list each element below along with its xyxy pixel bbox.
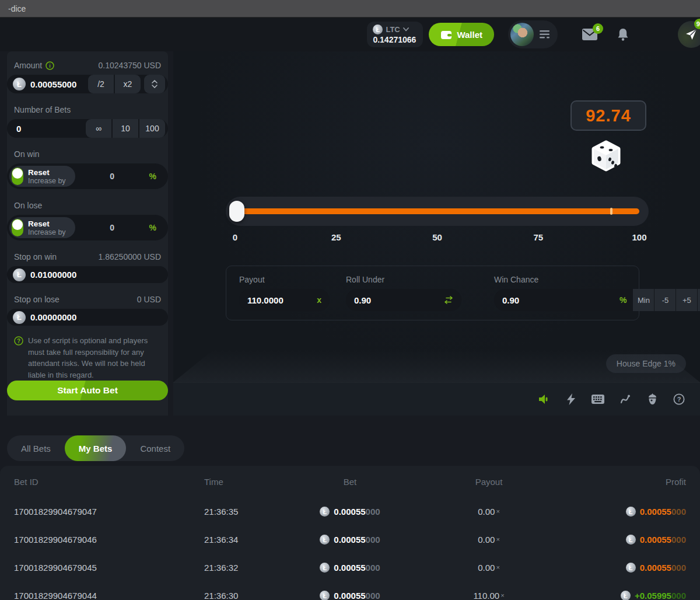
on-lose-value-input[interactable]	[75, 223, 149, 232]
bet-time: 21:36:35	[204, 507, 274, 517]
bet-profit: 0.00055	[640, 563, 671, 573]
on-lose-reset-toggle[interactable]: Reset Increase by	[9, 217, 75, 238]
num-bets-input[interactable]	[16, 124, 86, 134]
bet-payout: 110.00	[473, 591, 499, 600]
num-bets-input-wrap: ∞ 10 100	[7, 119, 168, 138]
amount-label-row: Amount i 0.10243750 USD	[7, 61, 168, 70]
tab-my-bets[interactable]: My Bets	[65, 435, 127, 461]
stop-win-input[interactable]	[30, 270, 165, 280]
on-win-value-input[interactable]	[75, 172, 149, 181]
bets-100-button[interactable]: 100	[139, 119, 165, 138]
turbo-button[interactable]	[566, 393, 576, 405]
roll-result: 92.74	[586, 106, 631, 125]
tab-all-bets[interactable]: All Bets	[7, 435, 65, 461]
col-payout: Payout	[426, 477, 552, 487]
roll-slider[interactable]	[226, 197, 649, 226]
bet-profit: +0.05995	[635, 591, 671, 600]
bell-icon	[617, 28, 629, 41]
stop-win-input-wrap: Ł	[7, 266, 168, 283]
bet-parameters-panel: Payout x Roll Under	[226, 266, 639, 320]
slider-handle[interactable]	[229, 201, 244, 222]
fairness-seed-button[interactable]	[648, 393, 657, 405]
info-icon[interactable]: i	[46, 61, 54, 70]
num-bets-label: Number of Bets	[14, 105, 71, 114]
bet-id: 17001829904679046	[14, 535, 204, 545]
bet-payout: 0.00	[478, 563, 495, 573]
dice-icon	[588, 139, 624, 175]
trends-button[interactable]	[620, 393, 632, 405]
on-win-row: Reset Increase by %	[7, 163, 168, 189]
increase-by-label: Increase by	[28, 228, 66, 236]
percent-sign: %	[149, 172, 156, 181]
bet-id: 17001829904679047	[14, 507, 204, 517]
stop-lose-input[interactable]	[30, 312, 165, 322]
script-disclaimer: ? Use of script is optional and players …	[7, 326, 168, 381]
bets-tabs: All Bets My Bets Contest	[7, 435, 184, 461]
reset-label: Reset	[28, 219, 66, 228]
currency-row: Ł LTC	[373, 25, 416, 34]
slider-track[interactable]	[235, 208, 639, 214]
roll-under-label: Roll Under	[346, 275, 461, 284]
bet-payout: 0.00	[478, 535, 495, 545]
win-chance-max-button[interactable]: Max	[697, 289, 700, 311]
payout-input[interactable]	[247, 295, 317, 305]
swap-icon[interactable]	[444, 296, 453, 304]
svg-text:?: ?	[17, 338, 20, 344]
on-lose-row: Reset Increase by %	[7, 215, 168, 240]
win-chance-minus5-button[interactable]: -5	[654, 289, 676, 311]
ltc-coin-icon: Ł	[626, 507, 636, 517]
payout-group: Payout x	[239, 275, 330, 311]
roll-result-box: 92.74	[570, 100, 646, 131]
roll-under-pill	[346, 289, 461, 311]
help-button[interactable]: ?	[673, 393, 685, 405]
lightning-icon	[566, 393, 576, 405]
roll-under-input[interactable]	[354, 295, 444, 305]
profile-pill[interactable]	[508, 20, 558, 48]
table-row[interactable]: 17001829904679047 21:36:35 Ł0.00055000 0…	[0, 497, 700, 525]
browser-titlebar: -dice	[0, 0, 700, 18]
wallet-balance: 0.14271066	[373, 35, 416, 44]
amount-stepper[interactable]	[144, 75, 165, 93]
on-lose-label-row: On lose	[7, 201, 168, 210]
stop-lose-label-row: Stop on lose 0 USD	[7, 295, 168, 304]
stop-lose-input-wrap: Ł	[7, 309, 168, 326]
toggle-icon	[12, 168, 23, 185]
half-bet-button[interactable]: /2	[88, 75, 114, 93]
multiplier-sign: ×	[501, 592, 504, 599]
table-row[interactable]: 17001829904679045 21:36:32 Ł0.00055000 0…	[0, 553, 700, 581]
win-chance-plus5-button[interactable]: +5	[676, 289, 697, 311]
notifications-button[interactable]	[617, 28, 629, 41]
multiplier-sign: ×	[496, 536, 499, 543]
win-chance-min-button[interactable]: Min	[632, 289, 654, 311]
wallet-button[interactable]: Wallet	[429, 23, 494, 46]
ltc-coin-icon: Ł	[13, 78, 26, 90]
bets-10-button[interactable]: 10	[113, 119, 138, 138]
avatar[interactable]	[510, 23, 534, 46]
reset-label: Reset	[28, 168, 66, 177]
mail-badge: 6	[593, 23, 603, 34]
percent-sign: %	[149, 223, 156, 232]
currency-selector[interactable]: Ł LTC 0.14271066	[367, 22, 423, 47]
table-row[interactable]: 17001829904679044 21:36:30 Ł0.00055000 1…	[0, 581, 700, 600]
bet-amount: 0.00055	[334, 507, 365, 517]
increase-by-label: Increase by	[28, 177, 66, 185]
chat-button[interactable]: 99	[678, 21, 700, 48]
menu-icon[interactable]	[540, 30, 550, 39]
start-auto-bet-button[interactable]: Start Auto Bet	[7, 381, 168, 400]
double-bet-button[interactable]: x2	[115, 75, 141, 93]
mail-button[interactable]: 6	[582, 29, 597, 40]
sound-button[interactable]	[538, 394, 551, 404]
tick-100: 100	[632, 232, 646, 242]
infinite-bets-button[interactable]: ∞	[86, 119, 111, 138]
ltc-coin-icon: Ł	[13, 311, 26, 324]
percent-sign: %	[620, 295, 626, 305]
amount-input[interactable]	[30, 79, 88, 89]
table-row[interactable]: 17001829904679046 21:36:34 Ł0.00055000 0…	[0, 525, 700, 553]
amount-label: Amount	[14, 61, 42, 70]
win-chance-input[interactable]	[502, 295, 620, 305]
stop-win-label: Stop on win	[14, 252, 57, 261]
hotkeys-button[interactable]	[592, 395, 604, 404]
tab-contest[interactable]: Contest	[126, 435, 184, 461]
col-time: Time	[204, 477, 274, 487]
on-win-reset-toggle[interactable]: Reset Increase by	[9, 166, 75, 187]
